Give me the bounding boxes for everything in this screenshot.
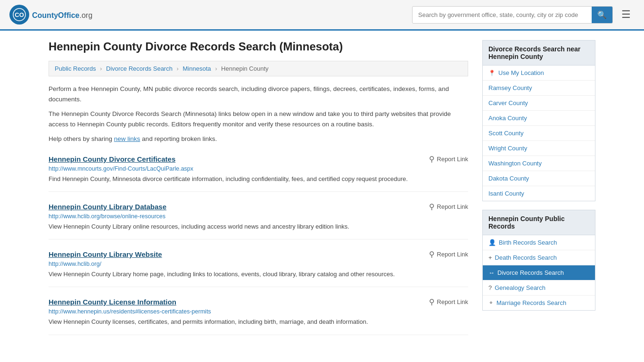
breadcrumb-current: Hennepin County	[221, 65, 268, 72]
nearby-county-1[interactable]: Carver County	[483, 96, 595, 111]
public-record-item-0[interactable]: 👤Birth Records Search	[483, 235, 595, 250]
result-title-3[interactable]: Hennepin County License Information	[49, 298, 176, 306]
public-records-list: 👤Birth Records Search+Death Records Sear…	[482, 235, 595, 311]
result-title-1[interactable]: Hennepin County Library Database	[49, 203, 166, 211]
report-link-3[interactable]: ⚲ Report Link	[429, 297, 468, 306]
result-header: Hennepin County Library Website ⚲ Report…	[49, 250, 468, 259]
nearby-county-link-7[interactable]: Isanti County	[488, 190, 524, 197]
public-record-item-4[interactable]: ⚬Marriage Records Search	[483, 296, 595, 310]
breadcrumb-minnesota[interactable]: Minnesota	[183, 65, 211, 72]
header-right: 🔍 ☰	[412, 6, 635, 24]
result-desc-2: View Hennepin County Library home page, …	[49, 270, 468, 279]
nearby-county-4[interactable]: Wright County	[483, 141, 595, 156]
public-record-icon-4: ⚬	[488, 299, 494, 306]
public-record-icon-1: +	[488, 254, 492, 261]
search-input[interactable]	[413, 8, 592, 22]
nearby-county-3[interactable]: Scott County	[483, 126, 595, 141]
report-icon-0: ⚲	[429, 155, 435, 164]
location-pin-icon	[488, 69, 495, 76]
public-record-link-0[interactable]: Birth Records Search	[499, 239, 557, 246]
main-container: Hennepin County Divorce Records Search (…	[39, 31, 605, 345]
result-header: Hennepin County License Information ⚲ Re…	[49, 297, 468, 306]
report-icon-1: ⚲	[429, 202, 435, 211]
nearby-county-7[interactable]: Isanti County	[483, 186, 595, 201]
nearby-section-title: Divorce Records Search near Hennepin Cou…	[482, 40, 595, 66]
report-icon-3: ⚲	[429, 297, 435, 306]
result-title-0[interactable]: Hennepin County Divorce Certificates	[49, 155, 175, 163]
nearby-counties-list: Use My Location Ramsey CountyCarver Coun…	[482, 66, 595, 201]
logo-text: CountyOffice.org	[32, 9, 92, 20]
svg-text:CO: CO	[15, 11, 24, 18]
sidebar: Divorce Records Search near Hennepin Cou…	[482, 40, 595, 335]
nearby-county-0[interactable]: Ramsey County	[483, 81, 595, 96]
report-icon-2: ⚲	[429, 250, 435, 259]
nearby-county-link-6[interactable]: Dakota County	[488, 175, 529, 182]
public-record-item-3[interactable]: ?Genealogy Search	[483, 280, 595, 296]
nearby-county-link-5[interactable]: Washington County	[488, 160, 542, 167]
public-record-link-4[interactable]: Marriage Records Search	[496, 299, 566, 306]
use-location-link[interactable]: Use My Location	[498, 69, 544, 76]
nearby-county-5[interactable]: Washington County	[483, 156, 595, 171]
results-container: Hennepin County Divorce Certificates ⚲ R…	[49, 155, 468, 335]
report-link-0[interactable]: ⚲ Report Link	[429, 155, 468, 164]
nearby-county-6[interactable]: Dakota County	[483, 171, 595, 186]
use-my-location[interactable]: Use My Location	[483, 66, 595, 81]
nearby-county-link-4[interactable]: Wright County	[488, 145, 527, 152]
breadcrumb-public-records[interactable]: Public Records	[55, 65, 96, 72]
public-record-item-2[interactable]: ↔Divorce Records Search	[483, 265, 595, 280]
result-desc-3: View Hennepin County licenses, certifica…	[49, 317, 468, 327]
public-record-link-3[interactable]: Genealogy Search	[495, 284, 545, 291]
public-record-icon-3: ?	[488, 284, 492, 291]
breadcrumb-divorce-records[interactable]: Divorce Records Search	[106, 65, 173, 72]
public-record-icon-0: 👤	[488, 239, 496, 246]
result-item: Hennepin County Library Database ⚲ Repor…	[49, 202, 468, 239]
public-records-section-title: Hennepin County Public Records	[482, 210, 595, 235]
search-button[interactable]: 🔍	[592, 7, 612, 23]
logo-icon: CO	[9, 5, 29, 25]
desc-para3: Help others by sharing new links and rep…	[49, 134, 468, 144]
desc-para1: Perform a free Hennepin County, MN publi…	[49, 84, 468, 104]
public-record-link-2[interactable]: Divorce Records Search	[497, 269, 564, 276]
nearby-county-link-1[interactable]: Carver County	[488, 99, 528, 107]
nearby-county-2[interactable]: Anoka County	[483, 111, 595, 126]
result-header: Hennepin County Library Database ⚲ Repor…	[49, 202, 468, 211]
menu-icon[interactable]: ☰	[618, 7, 635, 23]
result-url-2[interactable]: http://www.hclib.org/	[49, 261, 468, 267]
public-record-link-1[interactable]: Death Records Search	[495, 254, 557, 261]
result-item: Hennepin County Library Website ⚲ Report…	[49, 250, 468, 287]
nearby-county-link-2[interactable]: Anoka County	[488, 115, 527, 122]
result-url-1[interactable]: http://www.hclib.org/browse/online-resou…	[49, 213, 468, 220]
logo-area[interactable]: CO CountyOffice.org	[9, 5, 92, 25]
content-area: Hennepin County Divorce Records Search (…	[49, 40, 468, 335]
nearby-county-link-0[interactable]: Ramsey County	[488, 84, 532, 91]
site-header: CO CountyOffice.org 🔍 ☰	[0, 0, 644, 31]
report-link-1[interactable]: ⚲ Report Link	[429, 202, 468, 211]
search-bar: 🔍	[412, 6, 613, 24]
result-desc-0: Find Hennepin County, Minnesota divorce …	[49, 174, 468, 184]
public-record-icon-2: ↔	[488, 269, 495, 276]
result-item: Hennepin County Divorce Certificates ⚲ R…	[49, 155, 468, 192]
report-link-2[interactable]: ⚲ Report Link	[429, 250, 468, 259]
result-url-3[interactable]: http://www.hennepin.us/residents#license…	[49, 308, 468, 315]
result-url-0[interactable]: http://www.mncourts.gov/Find-Courts/LacQ…	[49, 165, 468, 172]
page-title: Hennepin County Divorce Records Search (…	[49, 40, 468, 53]
new-links-link[interactable]: new links	[114, 135, 140, 142]
result-item: Hennepin County License Information ⚲ Re…	[49, 297, 468, 335]
breadcrumb: Public Records › Divorce Records Search …	[49, 61, 468, 76]
nearby-county-link-3[interactable]: Scott County	[488, 130, 523, 137]
desc-para2: The Hennepin County Divorce Records Sear…	[49, 109, 468, 129]
result-header: Hennepin County Divorce Certificates ⚲ R…	[49, 155, 468, 164]
public-record-item-1[interactable]: +Death Records Search	[483, 250, 595, 265]
result-desc-1: View Hennepin County Library online reso…	[49, 222, 468, 231]
result-title-2[interactable]: Hennepin County Library Website	[49, 250, 162, 258]
